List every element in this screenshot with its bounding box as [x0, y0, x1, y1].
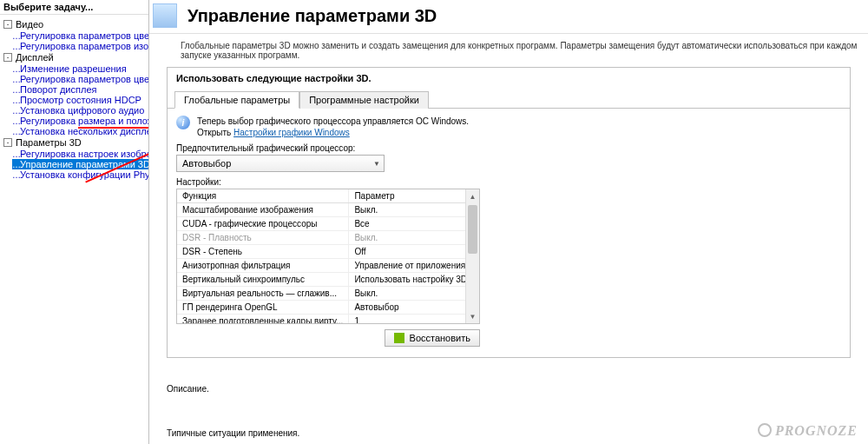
table-row[interactable]: Виртуальная реальность — сглажив...Выкл. [177, 287, 480, 301]
table-cell: CUDA - графические процессоры [177, 217, 349, 231]
table-cell: Анизотропная фильтрация [177, 259, 349, 273]
page-description: Глобальные параметры 3D можно заменить и… [149, 34, 868, 67]
table-cell: Выкл. [349, 287, 480, 301]
scroll-thumb[interactable] [468, 205, 477, 254]
sidebar-item[interactable]: Установка нескольких дисплеев [12, 126, 149, 136]
description-label: Описание. [167, 384, 851, 394]
sidebar-item[interactable]: Регулировка настроек изображения с пр [12, 149, 149, 159]
table-cell: Выкл. [349, 203, 480, 217]
table-cell: Все [349, 217, 480, 231]
windows-graphics-link[interactable]: Настройки графики Windows [233, 128, 350, 137]
table-row[interactable]: Заранее подготовленные кадры вирту...1 [177, 315, 480, 325]
sidebar-item[interactable]: Регулировка параметров цвета для вид [12, 30, 149, 41]
usage-label: Типичные ситуации применения. [167, 428, 851, 438]
sidebar-item[interactable]: Изменение разрешения [12, 63, 127, 74]
watermark: PROGNOZE [758, 421, 858, 439]
table-cell: Виртуальная реальность — сглажив... [177, 287, 349, 301]
tree-group-label: Параметры 3D [16, 136, 82, 149]
tab-global[interactable]: Глобальные параметры [174, 91, 299, 109]
sidebar-item[interactable]: Установка конфигурации PhysX [12, 169, 149, 180]
tree-group-label: Дисплей [16, 51, 54, 63]
sidebar-item[interactable]: Регулировка размера и положения рабо [12, 116, 149, 126]
table-cell: Выкл. [349, 231, 480, 245]
table-row[interactable]: ГП рендеринга OpenGLАвтовыбор [177, 301, 480, 315]
scroll-up-icon[interactable]: ▲ [466, 189, 479, 203]
table-cell: Использовать настройку 3D-приложения [349, 273, 480, 287]
table-row[interactable]: DSR - СтепеньOff [177, 245, 480, 259]
main: Управление параметрами 3D Глобальные пар… [149, 0, 868, 444]
cube-3d-icon [153, 3, 177, 28]
table-cell: Вертикальный синхроимпульс [177, 273, 349, 287]
tabs: Глобальные параметры Программные настрой… [168, 90, 850, 109]
sidebar-item[interactable]: Установка цифрового аудио [12, 105, 144, 116]
sidebar-title: Выберите задачу... [0, 0, 148, 15]
gpu-label: Предпочтительный графический процессор: [176, 143, 841, 153]
info-text: Теперь выбор графического процессора упр… [197, 116, 469, 138]
info-icon: i [176, 116, 190, 129]
tree-toggler[interactable]: - [3, 20, 12, 29]
table-cell: DSR - Плавность [177, 231, 349, 245]
sidebar-item[interactable]: Регулировка параметров изображения д [12, 41, 149, 51]
gear-icon [758, 423, 772, 437]
settings-group: Использовать следующие настройки 3D. Гло… [167, 67, 851, 358]
table-row[interactable]: CUDA - графические процессорыВсе [177, 217, 480, 231]
table-cell: Off [349, 245, 480, 259]
sidebar-item-manage-3d[interactable]: Управление параметрами 3D [12, 159, 149, 169]
table-cell: DSR - Степень [177, 245, 349, 259]
nvidia-icon [394, 333, 404, 343]
page-title: Управление параметрами 3D [187, 6, 437, 26]
tab-program[interactable]: Программные настройки [299, 91, 429, 109]
settings-title: Использовать следующие настройки 3D. [168, 68, 850, 90]
tree: - Видео Регулировка параметров цвета для… [0, 15, 148, 183]
scroll-down-icon[interactable]: ▼ [466, 309, 479, 323]
table-cell: Масштабирование изображения [177, 203, 349, 217]
table-cell: 1 [349, 315, 480, 325]
restore-button[interactable]: Восстановить [385, 329, 480, 347]
table-cell: ГП рендеринга OpenGL [177, 301, 349, 315]
tree-toggler[interactable]: - [3, 138, 12, 147]
table-row[interactable]: DSR - ПлавностьВыкл. [177, 231, 480, 245]
grid-scrollbar[interactable]: ▲ ▼ [465, 189, 479, 323]
table-cell: Автовыбор [349, 301, 480, 315]
sidebar-item[interactable]: Регулировка параметров цвета рабочег [12, 74, 149, 84]
grid-label: Настройки: [176, 177, 841, 187]
grid-header: Параметр [349, 189, 480, 203]
tree-toggler[interactable]: - [3, 53, 12, 62]
table-cell: Заранее подготовленные кадры вирту... [177, 315, 349, 325]
table-row[interactable]: Вертикальный синхроимпульсИспользовать н… [177, 273, 480, 287]
gpu-select[interactable]: Автовыбор ▼ [176, 155, 385, 172]
gpu-select-value: Автовыбор [182, 158, 231, 169]
grid-header: Функция [177, 189, 349, 203]
table-row[interactable]: Анизотропная фильтрацияУправление от при… [177, 259, 480, 273]
sidebar: Выберите задачу... - Видео Регулировка п… [0, 0, 149, 444]
settings-grid[interactable]: Функция Параметр Масштабирование изображ… [176, 189, 480, 324]
sidebar-item[interactable]: Поворот дисплея [12, 84, 96, 95]
table-cell: Управление от приложения [349, 259, 480, 273]
table-row[interactable]: Масштабирование изображенияВыкл. [177, 203, 480, 217]
tree-group-label: Видео [16, 18, 43, 30]
sidebar-item[interactable]: Просмотр состояния HDCP [12, 95, 141, 105]
chevron-down-icon: ▼ [373, 160, 380, 168]
